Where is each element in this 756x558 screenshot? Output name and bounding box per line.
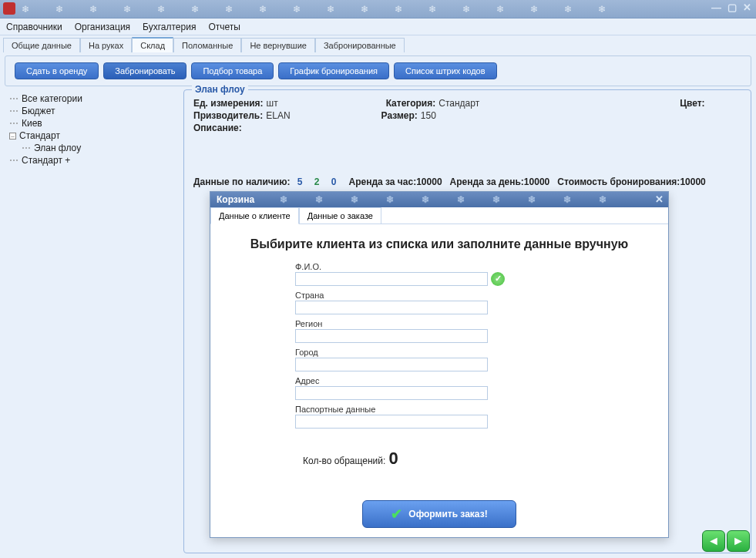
checkmark-icon: ✔ xyxy=(391,506,402,523)
hour-label: Аренда за час: xyxy=(349,176,417,187)
tree-label: Киев xyxy=(22,118,42,129)
stock-reserved: 0 xyxy=(331,176,337,187)
tree-label: Стандарт xyxy=(19,130,60,141)
minimize-button[interactable]: ― xyxy=(711,2,721,13)
maker-value: ELAN xyxy=(266,110,290,121)
submit-label: Оформить заказ! xyxy=(408,509,487,519)
category-value: Стандарт xyxy=(438,98,479,109)
passport-label: Паспортные данные xyxy=(295,405,653,414)
menu-buhgalteriya[interactable]: Бухгалтерия xyxy=(143,22,196,32)
tree-collapse-icon[interactable]: – xyxy=(9,133,16,140)
tab-obshchie-dannye[interactable]: Общие данные xyxy=(3,38,80,52)
modal-title-text: Корзина xyxy=(217,194,254,205)
tree-item[interactable]: ⋯Киев xyxy=(9,117,179,129)
menu-spravochniki[interactable]: Справочники xyxy=(6,22,62,32)
tree-label: Все категории xyxy=(22,93,82,104)
modal-titlebar[interactable]: Корзина ❄❄❄❄❄❄❄❄❄❄ ✕ xyxy=(210,192,668,207)
region-input[interactable] xyxy=(295,329,488,343)
country-label: Страна xyxy=(295,291,653,300)
tab-sklad[interactable]: Склад xyxy=(132,37,173,52)
reserve-button[interactable]: Забронировать xyxy=(103,62,186,79)
day-value: 10000 xyxy=(524,176,549,187)
barcodes-button[interactable]: Список штрих кодов xyxy=(394,62,497,79)
city-input[interactable] xyxy=(295,358,488,371)
country-input[interactable] xyxy=(295,301,488,314)
color-label: Цвет: xyxy=(680,98,704,109)
modal-decoration: ❄❄❄❄❄❄❄❄❄❄ xyxy=(280,194,645,205)
tab-client-data[interactable]: Данные о клиенте xyxy=(210,207,299,224)
main-tabbar: Общие данные На руках Склад Поломанные Н… xyxy=(0,35,756,52)
schedule-button[interactable]: График бронирования xyxy=(278,62,389,79)
titlebar: ❄❄❄❄❄❄❄❄❄❄❄❄❄❄❄❄❄❄ ― ▢ ✕ xyxy=(0,0,756,18)
fio-input[interactable] xyxy=(295,272,488,286)
tab-zabronirovannye[interactable]: Забронированные xyxy=(315,38,405,52)
tab-order-data[interactable]: Данные о заказе xyxy=(299,207,381,224)
stock-label: Данные по наличию: xyxy=(193,176,290,187)
window-controls: ― ▢ ✕ xyxy=(711,2,751,13)
details-title: Элан флоу xyxy=(192,84,248,95)
maximize-button[interactable]: ▢ xyxy=(727,2,737,13)
stock-avail: 2 xyxy=(314,176,320,187)
book-value: 10000 xyxy=(680,176,705,187)
tree-label: Стандарт + xyxy=(22,155,70,166)
tree-item[interactable]: ⋯Элан флоу xyxy=(9,142,179,154)
prev-arrow-button[interactable]: ◄ xyxy=(702,530,725,552)
submit-order-button[interactable]: ✔ Оформить заказ! xyxy=(362,500,516,528)
stock-total: 5 xyxy=(297,176,303,187)
menu-organizaciya[interactable]: Организация xyxy=(75,22,130,32)
maker-label: Призводитель: xyxy=(193,110,263,121)
desc-label: Описание: xyxy=(193,123,242,133)
tab-ne-vernuvshie[interactable]: Не вернувшие xyxy=(241,38,315,52)
modal-close-icon[interactable]: ✕ xyxy=(655,193,664,205)
size-value: 150 xyxy=(421,110,436,121)
region-label: Регион xyxy=(295,319,653,328)
next-arrow-button[interactable]: ► xyxy=(727,530,750,552)
address-input[interactable] xyxy=(295,386,488,400)
menubar: Справочники Организация Бухгалтерия Отче… xyxy=(0,18,756,35)
rent-button[interactable]: Сдать в оренду xyxy=(15,62,99,79)
toolbar: Сдать в оренду Забронировать Подбор това… xyxy=(5,55,751,86)
book-label: Стоимость бронирования: xyxy=(557,176,680,187)
tree-label: Бюджет xyxy=(22,106,55,116)
app-icon xyxy=(3,2,15,15)
tree-item[interactable]: ⋯Все категории xyxy=(9,92,179,105)
city-label: Город xyxy=(295,348,653,357)
menu-otchety[interactable]: Отчеты xyxy=(208,22,240,32)
tab-polomannye[interactable]: Поломанные xyxy=(173,38,241,52)
tree-label: Элан флоу xyxy=(34,143,81,153)
fio-label: Ф.И.О. xyxy=(295,262,653,271)
titlebar-decoration: ❄❄❄❄❄❄❄❄❄❄❄❄❄❄❄❄❄❄ xyxy=(22,0,694,18)
category-label: Категория: xyxy=(386,98,436,109)
close-button[interactable]: ✕ xyxy=(743,2,751,13)
tab-na-rukah[interactable]: На руках xyxy=(80,38,132,52)
count-value: 0 xyxy=(389,449,398,468)
unit-value: шт xyxy=(267,98,278,109)
hour-value: 10000 xyxy=(416,176,442,187)
count-label: Кол-во обращений: xyxy=(303,455,385,466)
modal-heading: Выбирите клиента из списка или заполните… xyxy=(226,237,653,253)
check-icon[interactable]: ✓ xyxy=(491,272,505,286)
modal-tabs: Данные о клиенте Данные о заказе xyxy=(210,207,668,224)
unit-label: Ед. измерения: xyxy=(193,98,264,109)
passport-input[interactable] xyxy=(295,415,488,429)
tree-item[interactable]: –Стандарт xyxy=(9,129,179,142)
cart-modal: Корзина ❄❄❄❄❄❄❄❄❄❄ ✕ Данные о клиенте Да… xyxy=(210,191,669,538)
tree-item[interactable]: ⋯Бюджет xyxy=(9,105,179,117)
day-label: Аренда за день: xyxy=(450,176,524,187)
pick-button[interactable]: Подбор товара xyxy=(191,62,274,79)
category-tree: ⋯Все категории ⋯Бюджет ⋯Киев –Стандарт ⋯… xyxy=(5,89,183,553)
address-label: Адрес xyxy=(295,376,653,385)
nav-arrows: ◄ ► xyxy=(702,530,750,552)
tree-item[interactable]: ⋯Стандарт + xyxy=(9,154,179,166)
size-label: Размер: xyxy=(381,110,418,121)
